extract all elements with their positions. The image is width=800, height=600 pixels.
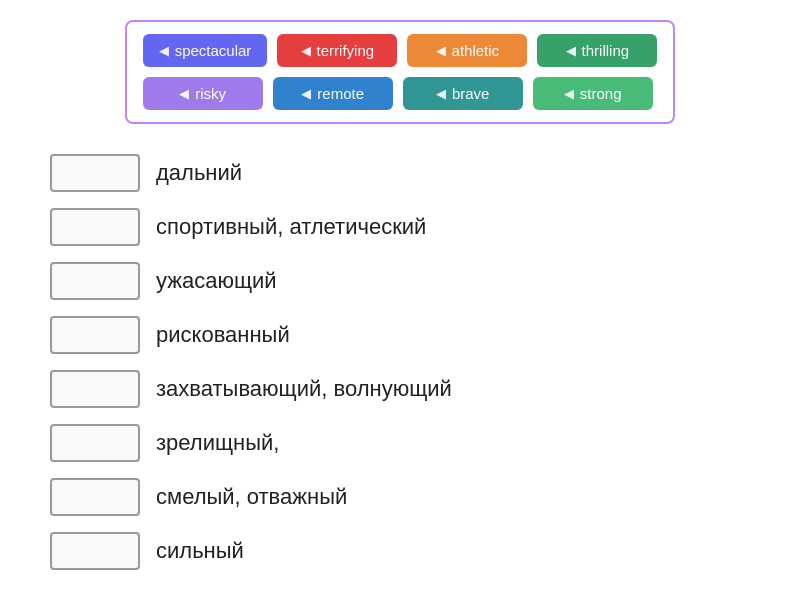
match-box-2[interactable] bbox=[50, 208, 140, 246]
chip-label-terrifying: terrifying bbox=[317, 42, 375, 59]
match-item-1: дальний bbox=[50, 154, 770, 192]
match-item-2: спортивный, атлетический bbox=[50, 208, 770, 246]
match-label-2: спортивный, атлетический bbox=[156, 214, 426, 240]
chip-label-brave: brave bbox=[452, 85, 490, 102]
speaker-icon: ◀ bbox=[301, 86, 311, 101]
chip-remote[interactable]: ◀remote bbox=[273, 77, 393, 110]
speaker-icon: ◀ bbox=[564, 86, 574, 101]
match-box-4[interactable] bbox=[50, 316, 140, 354]
chip-label-strong: strong bbox=[580, 85, 622, 102]
match-item-4: рискованный bbox=[50, 316, 770, 354]
match-item-8: сильный bbox=[50, 532, 770, 570]
chip-spectacular[interactable]: ◀spectacular bbox=[143, 34, 268, 67]
match-label-5: захватывающий, волнующий bbox=[156, 376, 452, 402]
word-bank-row-1: ◀spectacular◀terrifying◀athletic◀thrilli… bbox=[143, 34, 658, 67]
match-box-1[interactable] bbox=[50, 154, 140, 192]
chip-terrifying[interactable]: ◀terrifying bbox=[277, 34, 397, 67]
chip-label-thrilling: thrilling bbox=[582, 42, 630, 59]
chip-label-athletic: athletic bbox=[452, 42, 500, 59]
match-item-6: зрелищный, bbox=[50, 424, 770, 462]
match-box-7[interactable] bbox=[50, 478, 140, 516]
speaker-icon: ◀ bbox=[179, 86, 189, 101]
match-label-7: смелый, отважный bbox=[156, 484, 347, 510]
chip-athletic[interactable]: ◀athletic bbox=[407, 34, 527, 67]
speaker-icon: ◀ bbox=[566, 43, 576, 58]
chip-strong[interactable]: ◀strong bbox=[533, 77, 653, 110]
speaker-icon: ◀ bbox=[436, 43, 446, 58]
match-item-3: ужасающий bbox=[50, 262, 770, 300]
chip-risky[interactable]: ◀risky bbox=[143, 77, 263, 110]
match-item-5: захватывающий, волнующий bbox=[50, 370, 770, 408]
speaker-icon: ◀ bbox=[159, 43, 169, 58]
match-list: дальнийспортивный, атлетическийужасающий… bbox=[30, 154, 770, 570]
speaker-icon: ◀ bbox=[301, 43, 311, 58]
match-item-7: смелый, отважный bbox=[50, 478, 770, 516]
match-label-6: зрелищный, bbox=[156, 430, 279, 456]
match-box-5[interactable] bbox=[50, 370, 140, 408]
match-label-4: рискованный bbox=[156, 322, 290, 348]
match-box-8[interactable] bbox=[50, 532, 140, 570]
match-label-8: сильный bbox=[156, 538, 244, 564]
word-bank: ◀spectacular◀terrifying◀athletic◀thrilli… bbox=[125, 20, 676, 124]
match-box-3[interactable] bbox=[50, 262, 140, 300]
chip-label-spectacular: spectacular bbox=[175, 42, 252, 59]
match-label-3: ужасающий bbox=[156, 268, 277, 294]
speaker-icon: ◀ bbox=[436, 86, 446, 101]
word-bank-row-2: ◀risky◀remote◀brave◀strong bbox=[143, 77, 658, 110]
match-label-1: дальний bbox=[156, 160, 242, 186]
chip-label-remote: remote bbox=[317, 85, 364, 102]
chip-thrilling[interactable]: ◀thrilling bbox=[537, 34, 657, 67]
chip-brave[interactable]: ◀brave bbox=[403, 77, 523, 110]
chip-label-risky: risky bbox=[195, 85, 226, 102]
match-box-6[interactable] bbox=[50, 424, 140, 462]
